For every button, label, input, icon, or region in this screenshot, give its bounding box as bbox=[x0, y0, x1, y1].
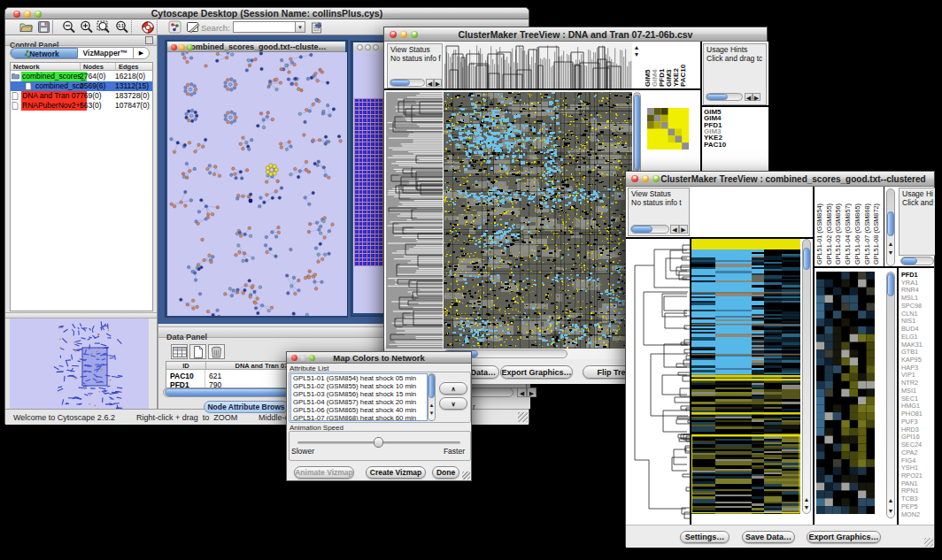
svg-text:1:1: 1:1 bbox=[118, 24, 124, 28]
